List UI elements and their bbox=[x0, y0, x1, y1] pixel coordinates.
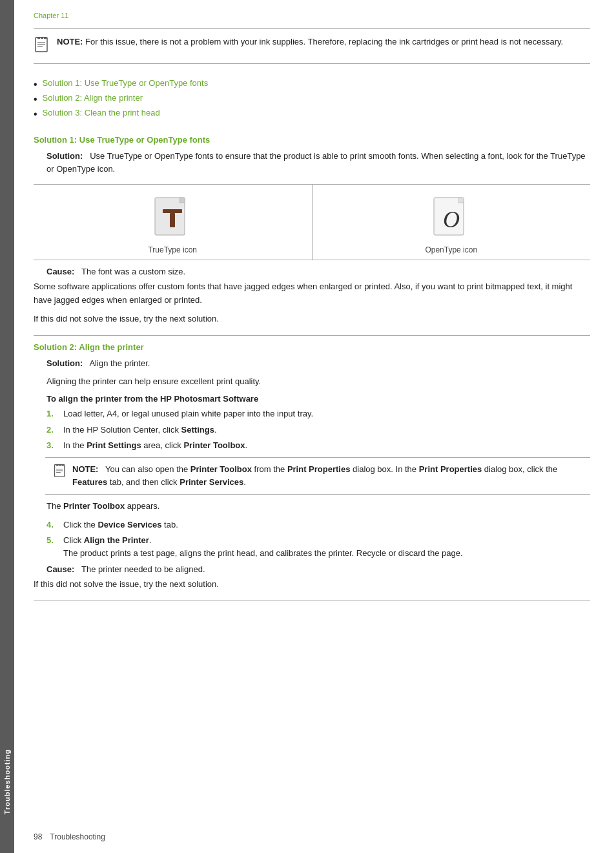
solution1-label: Solution: bbox=[46, 151, 83, 161]
main-content: Chapter 11 NOTE: For this issue, there i… bbox=[14, 0, 616, 853]
font-icon-table: TrueType icon O OpenType icon bbox=[34, 184, 590, 260]
bullet-dot: • bbox=[34, 108, 37, 120]
truetype-cell: TrueType icon bbox=[34, 185, 312, 260]
section-divider-1 bbox=[34, 335, 590, 336]
list-item: • Solution 3: Clean the print head bbox=[34, 108, 590, 120]
solution1-heading: Solution 1: Use TrueType or OpenType fon… bbox=[34, 135, 590, 145]
section-divider-2 bbox=[34, 601, 590, 601]
list-item: 4. Click the Device Services tab. bbox=[46, 519, 590, 531]
solution2-link[interactable]: Solution 2: Align the printer bbox=[43, 93, 143, 103]
step5-detail: The product prints a test page, aligns t… bbox=[63, 548, 463, 558]
solution1-link[interactable]: Solution 1: Use TrueType or OpenType fon… bbox=[43, 78, 209, 88]
cause1-block: Cause: The font was a custom size. bbox=[46, 267, 590, 276]
step-text: Load letter, A4, or legal unused plain w… bbox=[63, 407, 313, 420]
solution2-desc: Align the printer. bbox=[89, 358, 150, 368]
svg-rect-2 bbox=[41, 37, 43, 39]
bullet-dot: • bbox=[34, 78, 37, 90]
svg-rect-11 bbox=[170, 213, 175, 227]
opentype-cell: O OpenType icon bbox=[312, 185, 590, 260]
solution2-sub-heading: To align the printer from the HP Photosm… bbox=[46, 394, 590, 404]
svg-rect-9 bbox=[180, 198, 185, 203]
svg-text:O: O bbox=[443, 207, 460, 232]
list-item: 3. In the Print Settings area, click Pri… bbox=[46, 439, 590, 452]
step5-text: Click Align the Printer. bbox=[63, 535, 152, 545]
step-num: 5. bbox=[46, 534, 58, 547]
nested-note: NOTE: You can also open the Printer Tool… bbox=[45, 457, 590, 495]
cause2-text: The printer needed to be aligned. bbox=[81, 564, 205, 574]
solution1-desc: Use TrueType or OpenType fonts to ensure… bbox=[46, 151, 586, 174]
solution2-end: If this did not solve the issue, try the… bbox=[34, 578, 590, 591]
svg-rect-1 bbox=[37, 37, 40, 39]
nested-note-label: NOTE: bbox=[72, 464, 98, 474]
solution3-link[interactable]: Solution 3: Clean the print head bbox=[43, 108, 160, 118]
solution2-block: Solution: Align the printer. bbox=[46, 357, 590, 371]
solution2-steps: 1. Load letter, A4, or legal unused plai… bbox=[46, 407, 590, 452]
sidebar-tab: Troubleshooting bbox=[0, 0, 14, 853]
list-item: • Solution 2: Align the printer bbox=[34, 93, 590, 105]
solution2-heading: Solution 2: Align the printer bbox=[34, 342, 590, 352]
nested-note-icon bbox=[53, 464, 67, 481]
svg-rect-14 bbox=[458, 198, 464, 203]
note-label: NOTE: bbox=[57, 37, 83, 46]
opentype-caption: OpenType icon bbox=[325, 245, 578, 254]
truetype-caption: TrueType icon bbox=[46, 245, 299, 254]
page-footer: 98 Troubleshooting bbox=[34, 832, 590, 841]
solution2-label: Solution: bbox=[46, 358, 83, 368]
solution2-body1: Aligning the printer can help ensure exc… bbox=[46, 375, 590, 389]
step-num: 3. bbox=[46, 439, 58, 452]
step-text: In the HP Solution Center, click Setting… bbox=[63, 424, 217, 437]
step-num: 1. bbox=[46, 407, 58, 420]
note-text: For this issue, there is not a problem w… bbox=[85, 37, 563, 46]
nested-note-content: NOTE: You can also open the Printer Tool… bbox=[72, 463, 582, 489]
solutions-list: • Solution 1: Use TrueType or OpenType f… bbox=[34, 73, 590, 132]
cause1-text: The font was a custom size. bbox=[81, 267, 185, 276]
solution2-text: Solution: Align the printer. bbox=[46, 357, 590, 371]
cause1-label: Cause: bbox=[46, 267, 74, 276]
list-item: 2. In the HP Solution Center, click Sett… bbox=[46, 424, 590, 437]
svg-rect-3 bbox=[44, 37, 46, 39]
nested-note-text: You can also open the Printer Toolbox fr… bbox=[72, 464, 557, 487]
footer-label: Troubleshooting bbox=[50, 832, 105, 841]
svg-rect-17 bbox=[56, 464, 58, 466]
step-text: Click the Device Services tab. bbox=[63, 519, 178, 531]
step-num: 2. bbox=[46, 424, 58, 437]
svg-rect-18 bbox=[59, 464, 61, 466]
list-item: 5. Click Align the Printer. The product … bbox=[46, 534, 590, 559]
sidebar-label: Troubleshooting bbox=[3, 749, 11, 814]
list-item: • Solution 1: Use TrueType or OpenType f… bbox=[34, 78, 590, 90]
svg-rect-19 bbox=[62, 464, 64, 466]
after-note-text: The Printer Toolbox appears. bbox=[46, 500, 590, 513]
list-item: 1. Load letter, A4, or legal unused plai… bbox=[46, 407, 590, 420]
note-box: NOTE: For this issue, there is not a pro… bbox=[34, 28, 590, 64]
step-num: 4. bbox=[46, 519, 58, 531]
cause2-label: Cause: bbox=[46, 564, 74, 574]
solution1-block: Solution: Use TrueType or OpenType fonts… bbox=[46, 150, 590, 177]
chapter-label: Chapter 11 bbox=[34, 12, 590, 19]
page-number: 98 bbox=[34, 832, 42, 841]
bullet-dot: • bbox=[34, 93, 37, 105]
solution1-text: Solution: Use TrueType or OpenType fonts… bbox=[46, 150, 590, 177]
note-content: NOTE: For this issue, there is not a pro… bbox=[57, 36, 563, 48]
cause2-block: Cause: The printer needed to be aligned. bbox=[46, 564, 590, 574]
solution1-body1: Some software applications offer custom … bbox=[34, 280, 590, 307]
step5-block: Click Align the Printer. The product pri… bbox=[63, 534, 463, 559]
note-icon bbox=[34, 36, 50, 57]
solution2-steps-cont: 4. Click the Device Services tab. 5. Cli… bbox=[46, 519, 590, 560]
solution1-body2: If this did not solve the issue, try the… bbox=[34, 313, 590, 326]
step-text: In the Print Settings area, click Printe… bbox=[63, 439, 247, 452]
svg-rect-10 bbox=[163, 209, 182, 213]
